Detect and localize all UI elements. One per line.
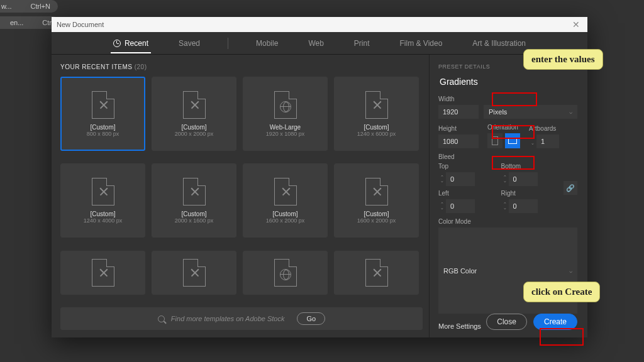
document-x-icon <box>365 178 388 206</box>
bleed-left-input[interactable] <box>446 199 475 213</box>
bleed-bottom-input[interactable] <box>509 172 538 186</box>
callout-click-create: click on Create <box>523 282 600 302</box>
stepper-arrows[interactable]: ⌃⌄ <box>501 202 509 210</box>
document-x-icon <box>183 91 206 119</box>
tab-film-video[interactable]: Film & Video <box>397 34 445 53</box>
colormode-value: RGB Color <box>443 267 477 275</box>
preset-card[interactable]: [Custom]1240 x 4000 px <box>60 163 145 238</box>
preset-card[interactable] <box>243 251 328 295</box>
globe-icon <box>274 91 297 119</box>
preset-card-dims: 2000 x 1600 px <box>175 217 214 224</box>
category-tabs: Recent Saved Mobile Web Print Film & Vid… <box>52 32 587 55</box>
height-label: Height <box>438 125 479 132</box>
height-input[interactable] <box>438 134 479 148</box>
close-button[interactable]: Close <box>486 314 527 330</box>
tab-saved[interactable]: Saved <box>176 34 203 53</box>
document-x-icon <box>92 178 114 206</box>
tab-mobile[interactable]: Mobile <box>253 34 280 53</box>
bleed-bottom-label: Bottom <box>501 163 558 170</box>
preset-card-dims: 1240 x 4000 px <box>84 217 123 224</box>
document-x-icon <box>365 259 388 287</box>
document-x-icon <box>183 259 206 287</box>
portrait-icon <box>492 136 498 145</box>
bleed-label: Bleed <box>438 153 577 160</box>
dialog-title: New Document <box>57 21 104 28</box>
preset-card-dims: 2000 x 2000 px <box>175 131 214 137</box>
callout-enter-values: enter the values <box>523 49 603 70</box>
clock-icon <box>113 40 121 47</box>
tab-label: Recent <box>125 39 148 48</box>
orientation-portrait-button[interactable] <box>487 133 502 148</box>
close-icon[interactable]: ✕ <box>570 19 582 30</box>
preset-card[interactable]: [Custom]800 x 800 px <box>60 77 145 151</box>
orientation-label: Orientation <box>487 124 520 131</box>
preset-card[interactable]: [Custom]1600 x 2000 px <box>334 163 419 238</box>
preset-card[interactable] <box>334 251 419 295</box>
preset-card-dims: 1600 x 2000 px <box>357 217 396 224</box>
tab-web[interactable]: Web <box>306 34 326 53</box>
bleed-top-input[interactable] <box>446 172 475 186</box>
preset-card[interactable]: Web-Large1920 x 1080 px <box>243 77 328 151</box>
document-name-input[interactable] <box>438 75 577 89</box>
go-button[interactable]: Go <box>297 312 325 325</box>
stepper-arrows[interactable]: ⌃⌄ <box>438 175 446 183</box>
document-x-icon <box>92 259 114 287</box>
preset-card[interactable]: [Custom]1600 x 2000 px <box>243 163 328 238</box>
document-x-icon <box>365 91 388 119</box>
tab-print[interactable]: Print <box>352 34 372 53</box>
preset-card-name: [Custom] <box>364 124 389 131</box>
document-x-icon <box>92 91 114 119</box>
stepper-arrows[interactable]: ⌃⌄ <box>501 175 509 183</box>
preset-card-dims: 1920 x 1080 px <box>266 131 305 137</box>
bg-menu-new[interactable]: w...Ctrl+N <box>0 0 58 13</box>
preset-grid: [Custom]800 x 800 px[Custom]2000 x 2000 … <box>60 77 423 301</box>
preset-card-dims: 1240 x 6000 px <box>357 131 396 137</box>
preset-card-dims: 1600 x 2000 px <box>266 217 305 224</box>
chevron-down-icon: ⌵ <box>569 268 572 274</box>
width-label: Width <box>438 96 577 102</box>
bg-menu-open[interactable]: en...Ctr <box>0 16 59 29</box>
colormode-label: Color Mode <box>438 218 577 225</box>
preset-card[interactable] <box>152 251 236 295</box>
artboards-label: Artboards <box>529 125 559 132</box>
bleed-right-input[interactable] <box>509 199 538 213</box>
preset-card-name: [Custom] <box>364 211 389 217</box>
bg-menu-shortcut: Ctr <box>42 19 52 26</box>
width-input[interactable] <box>438 105 479 119</box>
document-x-icon <box>183 178 206 206</box>
preset-card[interactable] <box>60 251 145 295</box>
preset-card-name: [Custom] <box>181 211 206 217</box>
link-bleed-icon[interactable]: 🔗 <box>564 181 577 195</box>
create-button[interactable]: Create <box>533 314 577 330</box>
preset-card-name: [Custom] <box>181 124 206 131</box>
preset-card-name: [Custom] <box>90 124 115 131</box>
bleed-right-label: Right <box>501 190 558 197</box>
bleed-top-label: Top <box>438 163 495 170</box>
search-placeholder[interactable]: Find more templates on Adobe Stock <box>171 315 285 322</box>
preset-card-dims: 800 x 800 px <box>87 131 119 137</box>
landscape-icon <box>508 138 517 144</box>
tab-divider <box>228 38 228 49</box>
preset-card[interactable]: [Custom]2000 x 2000 px <box>152 77 236 151</box>
tab-recent[interactable]: Recent <box>111 34 151 53</box>
document-x-icon <box>274 178 297 206</box>
search-icon <box>158 315 165 322</box>
globe-icon <box>274 259 297 287</box>
dialog-footer: Close Create <box>486 314 577 330</box>
units-value: Pixels <box>489 108 507 116</box>
units-select[interactable]: Pixels⌵ <box>484 105 577 119</box>
stepper-arrows[interactable]: ⌃⌄ <box>529 138 536 145</box>
tab-art-illustration[interactable]: Art & Illustration <box>470 34 528 53</box>
orientation-landscape-button[interactable] <box>505 133 520 148</box>
section-title: YOUR RECENT ITEMS (20) <box>60 63 423 70</box>
preset-card[interactable]: [Custom]1240 x 6000 px <box>334 77 419 151</box>
bg-menu-label: w... <box>1 3 12 10</box>
bg-menu-shortcut: Ctrl+N <box>31 3 50 10</box>
preset-card[interactable]: [Custom]2000 x 1600 px <box>152 163 236 238</box>
titlebar: New Document ✕ <box>52 17 587 32</box>
preset-card-name: [Custom] <box>90 211 115 217</box>
presets-panel: YOUR RECENT ITEMS (20) [Custom]800 x 800… <box>52 55 429 337</box>
artboards-input[interactable] <box>536 134 559 148</box>
bg-menu-label: en... <box>10 19 23 26</box>
stepper-arrows[interactable]: ⌃⌄ <box>438 202 446 210</box>
